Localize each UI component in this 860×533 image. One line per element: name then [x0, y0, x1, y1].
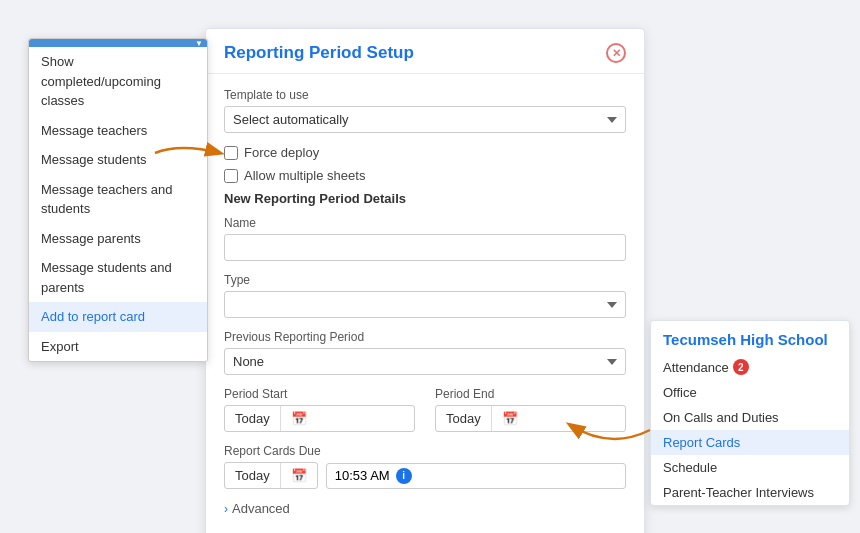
time-value: 10:53 AM [335, 468, 390, 483]
period-start-calendar-icon[interactable]: 📅 [280, 406, 317, 431]
force-deploy-label: Force deploy [244, 145, 319, 160]
period-start-group: Period Start Today 📅 [224, 387, 415, 432]
report-cards-due-wrapper: Today 📅 [224, 462, 318, 489]
name-group: Name [224, 216, 626, 261]
period-end-label: Period End [435, 387, 626, 401]
template-select[interactable]: Select automatically [224, 106, 626, 133]
template-label: Template to use [224, 88, 626, 102]
dropdown-item-export[interactable]: Export [29, 332, 207, 362]
template-group: Template to use Select automatically [224, 88, 626, 133]
dropdown-item-message-parents[interactable]: Message parents [29, 224, 207, 254]
right-panel-title: Tecumseh High School [651, 321, 849, 354]
dropdown-item-add-report-card[interactable]: Add to report card [29, 302, 207, 332]
name-input[interactable] [224, 234, 626, 261]
dropdown-menu: Show completed/upcoming classes Message … [28, 38, 208, 362]
advanced-label: Advanced [232, 501, 290, 516]
dialog-header: Reporting Period Setup ✕ [206, 29, 644, 74]
dropdown-item-message-teachers-students[interactable]: Message teachers and students [29, 175, 207, 224]
right-panel-item-office[interactable]: Office [651, 380, 849, 405]
right-panel-item-schedule[interactable]: Schedule [651, 455, 849, 480]
report-cards-due-label: Report Cards Due [224, 444, 626, 458]
name-label: Name [224, 216, 626, 230]
type-select[interactable] [224, 291, 626, 318]
dropdown-header [29, 39, 207, 47]
parent-teacher-label: Parent-Teacher Interviews [663, 485, 814, 500]
dropdown-item-message-teachers[interactable]: Message teachers [29, 116, 207, 146]
period-start-label: Period Start [224, 387, 415, 401]
right-panel-item-on-calls[interactable]: On Calls and Duties [651, 405, 849, 430]
section-title: New Reporting Period Details [224, 191, 626, 206]
period-end-wrapper: Today 📅 [435, 405, 626, 432]
chevron-right-icon: › [224, 502, 228, 516]
right-panel-item-parent-teacher[interactable]: Parent-Teacher Interviews [651, 480, 849, 505]
previous-period-group: Previous Reporting Period None [224, 330, 626, 375]
period-dates-row: Period Start Today 📅 Period End Today 📅 [224, 387, 626, 432]
type-label: Type [224, 273, 626, 287]
previous-period-select[interactable]: None [224, 348, 626, 375]
report-cards-due-value: Today [225, 463, 280, 488]
force-deploy-checkbox[interactable] [224, 146, 238, 160]
right-panel-item-report-cards[interactable]: Report Cards [651, 430, 849, 455]
right-panel: Tecumseh High School Attendance 2 Office… [650, 320, 850, 506]
office-label: Office [663, 385, 697, 400]
period-end-calendar-icon[interactable]: 📅 [491, 406, 528, 431]
report-cards-label: Report Cards [663, 435, 740, 450]
info-icon[interactable]: i [396, 468, 412, 484]
report-cards-due-group: Report Cards Due Today 📅 10:53 AM i [224, 444, 626, 489]
reporting-period-dialog: Reporting Period Setup ✕ Template to use… [205, 28, 645, 533]
attendance-label: Attendance [663, 360, 729, 375]
on-calls-label: On Calls and Duties [663, 410, 779, 425]
previous-period-label: Previous Reporting Period [224, 330, 626, 344]
close-button[interactable]: ✕ [606, 43, 626, 63]
period-start-wrapper: Today 📅 [224, 405, 415, 432]
dropdown-item-message-students[interactable]: Message students [29, 145, 207, 175]
period-end-group: Period End Today 📅 [435, 387, 626, 432]
report-cards-calendar-icon[interactable]: 📅 [280, 463, 317, 488]
allow-multiple-checkbox[interactable] [224, 169, 238, 183]
right-panel-item-attendance[interactable]: Attendance 2 [651, 354, 849, 380]
period-end-value: Today [436, 406, 491, 431]
period-start-value: Today [225, 406, 280, 431]
force-deploy-group: Force deploy [224, 145, 626, 160]
dropdown-item-show-classes[interactable]: Show completed/upcoming classes [29, 47, 207, 116]
advanced-row[interactable]: › Advanced [224, 501, 626, 516]
dialog-title: Reporting Period Setup [224, 43, 414, 63]
report-cards-due-row: Today 📅 10:53 AM i [224, 462, 626, 489]
type-group: Type [224, 273, 626, 318]
attendance-badge: 2 [733, 359, 749, 375]
time-field: 10:53 AM i [326, 463, 626, 489]
schedule-label: Schedule [663, 460, 717, 475]
allow-multiple-group: Allow multiple sheets [224, 168, 626, 183]
dropdown-item-message-students-parents[interactable]: Message students and parents [29, 253, 207, 302]
allow-multiple-label: Allow multiple sheets [244, 168, 365, 183]
dialog-body: Template to use Select automatically For… [206, 74, 644, 533]
